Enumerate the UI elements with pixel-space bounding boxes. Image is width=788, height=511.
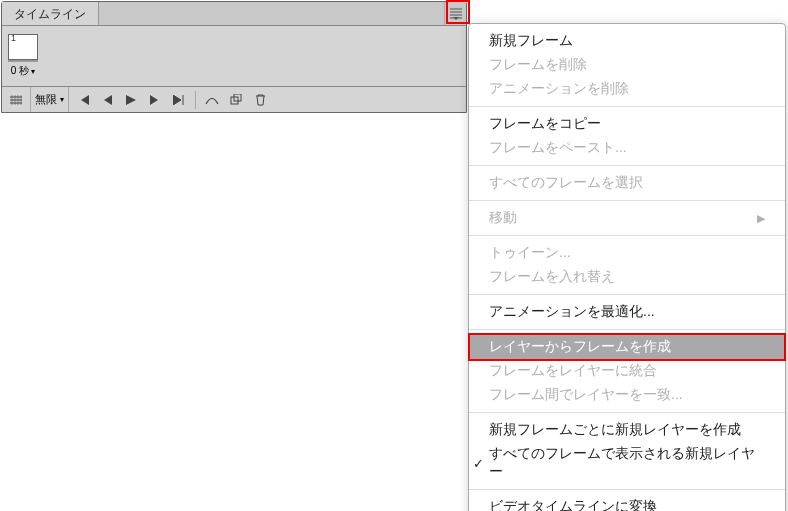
play-icon	[126, 95, 136, 105]
timeline-convert-icon	[9, 94, 23, 106]
duplicate-icon	[230, 94, 242, 106]
loop-select[interactable]: 無限 ▾	[30, 87, 69, 112]
chevron-down-icon: ▾	[60, 95, 64, 104]
separator	[469, 165, 785, 166]
menu-convert-video-timeline[interactable]: ビデオタイムラインに変換	[469, 495, 785, 511]
check-icon: ✓	[473, 456, 484, 471]
panel-context-menu: 新規フレーム フレームを削除 アニメーションを削除 フレームをコピー フレームを…	[468, 23, 786, 511]
frame-number: 1	[10, 33, 17, 43]
panel-tab-timeline[interactable]: タイムライン	[2, 2, 99, 25]
next-frame-button[interactable]	[145, 90, 165, 110]
chevron-down-icon: ▾	[31, 67, 35, 76]
menu-match-layer-across-frames: フレーム間でレイヤーを一致...	[469, 383, 785, 407]
menu-label: レイヤーからフレームを作成	[489, 338, 671, 356]
menu-label: 移動	[489, 209, 517, 227]
chevron-right-icon: ▶	[757, 212, 765, 225]
menu-swap-frames: フレームを入れ替え	[469, 265, 785, 289]
menu-tween: トゥイーン...	[469, 241, 785, 265]
menu-label: 新規フレームごとに新規レイヤーを作成	[489, 421, 741, 439]
prev-frame-icon	[102, 95, 112, 105]
delete-frame-button[interactable]	[250, 90, 270, 110]
first-frame-button[interactable]	[73, 90, 93, 110]
prev-frame-button[interactable]	[97, 90, 117, 110]
convert-timeline-button[interactable]	[6, 90, 26, 110]
panel-header: タイムライン	[2, 2, 466, 26]
panel-tab-label: タイムライン	[14, 7, 86, 21]
separator	[469, 489, 785, 490]
header-spacer	[99, 2, 444, 25]
timeline-panel: タイムライン 1 0 秒 ▾	[1, 1, 467, 113]
menu-make-frames-from-layers[interactable]: レイヤーからフレームを作成	[469, 335, 785, 359]
menu-label: フレーム間でレイヤーを一致...	[489, 386, 683, 404]
controls-bar: 無限 ▾	[2, 86, 466, 112]
menu-copy-frame[interactable]: フレームをコピー	[469, 112, 785, 136]
menu-delete-animation: アニメーションを削除	[469, 77, 785, 101]
menu-label: フレームを削除	[489, 56, 587, 74]
menu-label: 新規フレーム	[489, 32, 573, 50]
frame-canvas: 1	[8, 34, 38, 60]
separator	[469, 106, 785, 107]
duplicate-frame-button[interactable]	[226, 90, 246, 110]
menu-label: フレームをコピー	[489, 115, 601, 133]
separator	[469, 412, 785, 413]
menu-label: すべてのフレームで表示される新規レイヤー	[489, 445, 765, 481]
separator	[469, 200, 785, 201]
separator	[469, 294, 785, 295]
menu-label: ビデオタイムラインに変換	[489, 498, 657, 511]
play-button[interactable]	[121, 90, 141, 110]
menu-delete-frame: フレームを削除	[469, 53, 785, 77]
menu-flatten-frames-into-layers: フレームをレイヤーに統合	[469, 359, 785, 383]
menu-icon	[449, 8, 463, 20]
menu-label: アニメーションを削除	[489, 80, 629, 98]
menu-new-frame[interactable]: 新規フレーム	[469, 29, 785, 53]
menu-label: トゥイーン...	[489, 244, 571, 262]
last-frame-button[interactable]	[169, 90, 189, 110]
trash-icon	[255, 94, 266, 106]
frame-thumbnail[interactable]: 1 0 秒 ▾	[8, 34, 38, 78]
loop-label: 無限	[35, 92, 57, 107]
first-frame-icon	[77, 95, 89, 105]
menu-label: すべてのフレームを選択	[489, 174, 643, 192]
separator	[195, 91, 196, 109]
last-frame-icon	[173, 95, 185, 105]
menu-label: フレームを入れ替え	[489, 268, 615, 286]
menu-select-all-frames: すべてのフレームを選択	[469, 171, 785, 195]
next-frame-icon	[150, 95, 160, 105]
separator	[469, 329, 785, 330]
separator	[469, 235, 785, 236]
tween-button[interactable]	[202, 90, 222, 110]
menu-paste-frame: フレームをペースト...	[469, 136, 785, 160]
frame-time[interactable]: 0 秒 ▾	[8, 64, 38, 78]
frame-time-label: 0 秒	[11, 64, 29, 78]
menu-move: 移動 ▶	[469, 206, 785, 230]
tween-icon	[205, 95, 219, 105]
menu-new-layers-visible-all-frames[interactable]: ✓ すべてのフレームで表示される新規レイヤー	[469, 442, 785, 484]
menu-optimize-animation[interactable]: アニメーションを最適化...	[469, 300, 785, 324]
panel-menu-button[interactable]	[444, 2, 466, 25]
menu-label: フレームをペースト...	[489, 139, 627, 157]
menu-label: フレームをレイヤーに統合	[489, 362, 657, 380]
menu-new-layer-per-frame[interactable]: 新規フレームごとに新規レイヤーを作成	[469, 418, 785, 442]
frames-area: 1 0 秒 ▾	[2, 26, 466, 86]
menu-label: アニメーションを最適化...	[489, 303, 655, 321]
